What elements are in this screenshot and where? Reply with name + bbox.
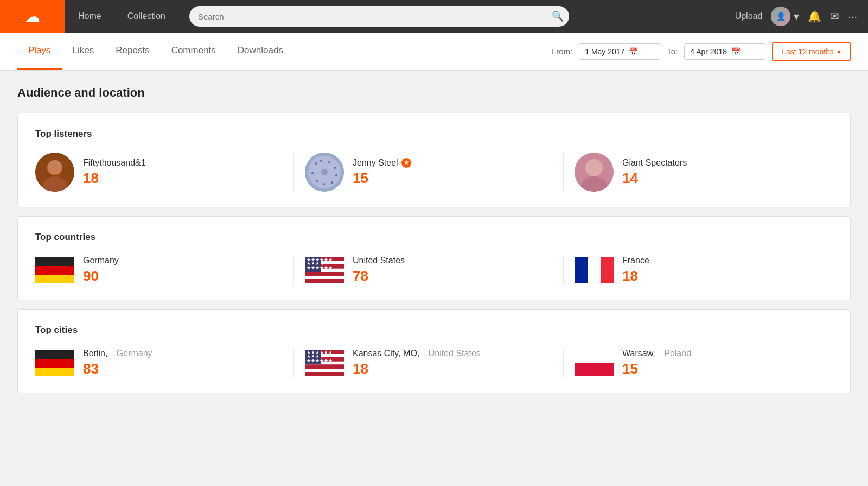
listener-name-2: Jenny Steel ★: [353, 158, 411, 168]
nav-links: Home Collection: [65, 0, 178, 33]
from-calendar-icon: 📅: [629, 47, 638, 56]
france-flag-svg: [575, 257, 614, 283]
user-avatar-container[interactable]: 👤 ▾: [771, 7, 799, 26]
svg-rect-44: [305, 369, 344, 372]
city-item-1[interactable]: Berlin, Germany 83: [35, 349, 294, 377]
berlin-flag-svg: [35, 350, 74, 376]
listener-avatar-3: [575, 153, 614, 192]
messages-icon[interactable]: ✉: [830, 10, 839, 23]
city-count-3: 15: [622, 361, 691, 377]
flag-warsaw: [575, 350, 614, 377]
country-info-2: United States 78: [353, 256, 405, 285]
search-input[interactable]: [189, 6, 569, 27]
listener-item-2[interactable]: Jenny Steel ★ 15: [305, 153, 564, 192]
svg-point-3: [48, 160, 62, 174]
svg-rect-38: [35, 368, 74, 376]
user-avatar: 👤: [771, 7, 790, 26]
svg-point-11: [331, 181, 333, 184]
main-content: Audience and location Top listeners Fift…: [0, 71, 868, 417]
city-info-2: Kansas City, MO, United States 18: [353, 349, 481, 377]
nav-right-section: Upload 👤 ▾ 🔔 ✉ ···: [735, 7, 857, 26]
svg-rect-43: [305, 365, 344, 368]
svg-rect-35: [601, 257, 614, 283]
top-cities-title: Top cities: [35, 325, 833, 336]
svg-point-6: [315, 162, 317, 165]
city-name-1: Berlin, Germany: [83, 349, 152, 358]
listener-name-3: Giant Spectators: [622, 158, 687, 168]
country-info-3: France 18: [622, 256, 649, 285]
listener-avatar-image-3: [575, 153, 614, 192]
tab-likes[interactable]: Likes: [62, 33, 105, 70]
tab-downloads[interactable]: Downloads: [227, 33, 294, 70]
country-item-2[interactable]: ★★★★★★ ★★★★★ ★★★★★★ United States 78: [305, 256, 564, 285]
soundcloud-logo-icon: ☁: [25, 8, 40, 26]
country-name-1: Germany: [83, 256, 119, 266]
city-count-1: 83: [83, 361, 152, 377]
svg-point-8: [328, 161, 330, 163]
country-count-1: 90: [83, 268, 119, 285]
city-name-3: Warsaw, Poland: [622, 349, 691, 358]
collection-nav-link[interactable]: Collection: [114, 0, 178, 33]
tab-comments[interactable]: Comments: [161, 33, 227, 70]
stats-tabs: Plays Likes Reposts Comments Downloads: [17, 33, 294, 70]
upload-link[interactable]: Upload: [735, 11, 763, 21]
to-date-picker[interactable]: 4 Apr 2018 📅: [684, 43, 765, 60]
svg-rect-34: [588, 257, 601, 283]
kc-flag-svg: ★★★★★★ ★★★★★ ★★★★★★: [305, 350, 344, 376]
top-listeners-title: Top listeners: [35, 129, 833, 140]
country-info-1: Germany 90: [83, 256, 119, 285]
flag-kansascity: ★★★★★★ ★★★★★ ★★★★★★: [305, 350, 344, 377]
top-listeners-row: Fiftythousand&1 18: [35, 153, 833, 192]
listener-count-2: 15: [353, 170, 411, 187]
flag-berlin: [35, 350, 74, 377]
listener-avatar-1: [35, 153, 74, 192]
svg-rect-28: [305, 280, 344, 283]
svg-point-7: [320, 160, 322, 162]
search-button[interactable]: 🔍: [552, 10, 564, 22]
audience-section-title: Audience and location: [17, 86, 851, 100]
city-item-2[interactable]: ★★★★★★ ★★★★★ ★★★★★★ Kansas City, MO, Uni…: [305, 349, 564, 377]
listener-avatar-image-2: [305, 153, 344, 192]
svg-rect-20: [35, 266, 74, 275]
city-count-2: 18: [353, 361, 481, 377]
svg-point-12: [323, 183, 326, 185]
svg-point-13: [316, 180, 318, 182]
svg-rect-27: [305, 276, 344, 279]
search-icon: 🔍: [552, 11, 564, 22]
country-item-1[interactable]: Germany 90: [35, 256, 294, 285]
listener-item-1[interactable]: Fiftythousand&1 18: [35, 153, 294, 192]
svg-rect-37: [35, 359, 74, 368]
germany-flag-svg: [35, 257, 74, 283]
listener-name-1: Fiftythousand&1: [83, 158, 146, 168]
avatar-chevron-icon: ▾: [794, 10, 799, 23]
city-item-3[interactable]: Warsaw, Poland 15: [575, 349, 833, 377]
logo[interactable]: ☁: [0, 0, 65, 33]
country-name-3: France: [622, 256, 649, 266]
svg-point-14: [311, 172, 314, 174]
to-date-value: 4 Apr 2018: [690, 47, 727, 56]
top-countries-row: Germany 90 ★★★★★★: [35, 256, 833, 285]
last-12-months-button[interactable]: Last 12 months ▾: [772, 42, 851, 61]
top-navigation: ☁ Home Collection 🔍 Upload 👤 ▾ 🔔 ✉ ···: [0, 0, 868, 33]
top-countries-card: Top countries Germany 90: [17, 216, 851, 300]
tab-reposts[interactable]: Reposts: [105, 33, 160, 70]
svg-rect-50: [575, 350, 614, 363]
country-item-3[interactable]: France 18: [575, 256, 833, 285]
tab-plays[interactable]: Plays: [17, 33, 62, 70]
svg-rect-33: [575, 257, 588, 283]
avatar-image: 👤: [771, 7, 790, 26]
top-listeners-card: Top listeners Fiftythousand&1 18: [17, 113, 851, 207]
more-options-icon[interactable]: ···: [848, 10, 857, 23]
city-name-2: Kansas City, MO, United States: [353, 349, 481, 358]
svg-text:★★★★★★: ★★★★★★: [307, 257, 333, 262]
country-name-2: United States: [353, 256, 405, 266]
home-nav-link[interactable]: Home: [65, 0, 114, 33]
notifications-icon[interactable]: 🔔: [808, 10, 821, 23]
from-date-value: 1 May 2017: [585, 47, 624, 56]
to-calendar-icon: 📅: [731, 47, 741, 56]
to-label: To:: [667, 47, 678, 56]
listener-item-3[interactable]: Giant Spectators 14: [575, 153, 833, 192]
from-date-picker[interactable]: 1 May 2017 📅: [579, 43, 660, 60]
poland-flag-svg: [575, 350, 614, 376]
top-cities-row: Berlin, Germany 83: [35, 349, 833, 377]
